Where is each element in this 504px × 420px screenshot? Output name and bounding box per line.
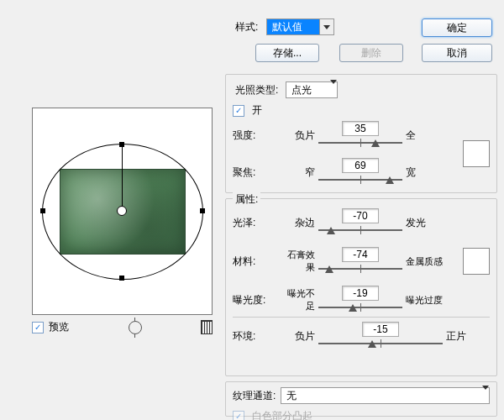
light-type-label: 光照类型: bbox=[233, 83, 281, 97]
ellipse-handle-bottom[interactable] bbox=[119, 276, 124, 281]
material-label: 材料: bbox=[233, 255, 276, 269]
gloss-slider[interactable] bbox=[318, 223, 402, 237]
ambient-color-swatch[interactable] bbox=[463, 248, 490, 275]
preview-canvas[interactable] bbox=[32, 108, 213, 315]
light-radius-line bbox=[122, 144, 123, 211]
material-left: 石膏效果 bbox=[280, 249, 315, 274]
trash-icon[interactable] bbox=[201, 320, 213, 334]
gloss-row: 光泽: 杂边 -70 发光 bbox=[226, 207, 456, 238]
gloss-right: 发光 bbox=[406, 216, 449, 230]
preview-panel: 预览 bbox=[32, 108, 213, 334]
ellipse-handle-top[interactable] bbox=[119, 142, 124, 147]
texture-channel-combo[interactable]: 无 bbox=[281, 387, 490, 404]
ambience-value[interactable]: -15 bbox=[362, 322, 399, 337]
ambience-left: 负片 bbox=[280, 329, 315, 344]
intensity-right: 全 bbox=[406, 129, 449, 143]
material-row: 材料: 石膏效果 -74 金属质感 bbox=[226, 246, 456, 276]
preview-checkbox[interactable] bbox=[32, 322, 44, 333]
ambience-row: 环境: 负片 -15 正片 bbox=[226, 321, 496, 351]
material-right: 金属质感 bbox=[406, 255, 449, 268]
texture-channel-label: 纹理通道: bbox=[233, 389, 276, 403]
texture-group: 纹理通道: 无 白色部分凸起 bbox=[225, 381, 497, 417]
ellipse-handle-left[interactable] bbox=[40, 208, 45, 213]
white-high-checkbox bbox=[233, 411, 244, 421]
properties-group: 属性: 光泽: 杂边 -70 发光 材料: 石膏效果 -74 bbox=[225, 198, 497, 376]
texture-channel-value: 无 bbox=[281, 388, 482, 403]
exposure-row: 曝光度: 曝光不足 -19 曝光过度 bbox=[226, 285, 456, 315]
focus-right: 宽 bbox=[406, 165, 449, 180]
intensity-row: 强度: 负片 35 全 bbox=[226, 120, 456, 150]
exposure-value[interactable]: -19 bbox=[342, 286, 379, 301]
ellipse-handle-right[interactable] bbox=[200, 208, 205, 213]
style-value: 默认值 bbox=[267, 19, 319, 34]
light-type-combo[interactable]: 点光 bbox=[286, 81, 338, 98]
exposure-right: 曝光过度 bbox=[406, 294, 449, 307]
white-high-label: 白色部分凸起 bbox=[252, 409, 312, 420]
focus-slider[interactable] bbox=[318, 173, 402, 186]
exposure-label: 曝光度: bbox=[233, 293, 276, 307]
chevron-down-icon bbox=[319, 19, 333, 34]
focus-row: 聚焦: 窄 69 宽 bbox=[226, 157, 456, 187]
save-delete-row: 存储... 删除 bbox=[255, 44, 403, 62]
light-center-handle[interactable] bbox=[117, 206, 127, 216]
gloss-value[interactable]: -70 bbox=[342, 208, 379, 223]
material-slider[interactable] bbox=[318, 262, 402, 276]
exposure-left: 曝光不足 bbox=[280, 287, 315, 312]
chevron-down-icon bbox=[482, 390, 489, 402]
lighting-effects-dialog: 样式: 默认值 确定 取消 存储... 删除 光照类型: 点光 开 强度: bbox=[0, 0, 504, 420]
gloss-left: 杂边 bbox=[280, 216, 315, 230]
style-label: 样式: bbox=[235, 20, 258, 34]
material-value[interactable]: -74 bbox=[342, 247, 379, 262]
focus-label: 聚焦: bbox=[233, 165, 276, 180]
light-color-swatch[interactable] bbox=[463, 140, 490, 167]
intensity-left: 负片 bbox=[280, 129, 315, 143]
ok-button[interactable]: 确定 bbox=[422, 18, 492, 37]
style-combo[interactable]: 默认值 bbox=[266, 18, 334, 35]
ambience-right: 正片 bbox=[446, 329, 490, 344]
intensity-value[interactable]: 35 bbox=[342, 121, 379, 136]
intensity-label: 强度: bbox=[233, 129, 276, 143]
save-style-button[interactable]: 存储... bbox=[255, 44, 319, 62]
gloss-label: 光泽: bbox=[233, 216, 276, 230]
cancel-button[interactable]: 取消 bbox=[422, 44, 492, 62]
focus-value[interactable]: 69 bbox=[342, 158, 379, 173]
light-on-checkbox[interactable] bbox=[233, 105, 244, 117]
light-type-group: 光照类型: 点光 开 强度: 负片 35 bbox=[225, 74, 497, 193]
dialog-buttons: 确定 取消 bbox=[422, 18, 492, 62]
intensity-slider[interactable] bbox=[318, 136, 402, 150]
light-type-value: 点光 bbox=[286, 82, 330, 97]
light-on-label: 开 bbox=[252, 103, 262, 118]
ambience-label: 环境: bbox=[233, 329, 276, 344]
lightbulb-icon[interactable] bbox=[129, 321, 142, 334]
exposure-slider[interactable] bbox=[318, 301, 402, 314]
properties-title: 属性: bbox=[233, 192, 260, 207]
ambience-slider[interactable] bbox=[318, 337, 443, 350]
chevron-down-icon bbox=[330, 84, 337, 96]
preview-label: 预览 bbox=[49, 321, 69, 333]
focus-left: 窄 bbox=[280, 165, 315, 180]
delete-style-button: 删除 bbox=[339, 44, 403, 62]
